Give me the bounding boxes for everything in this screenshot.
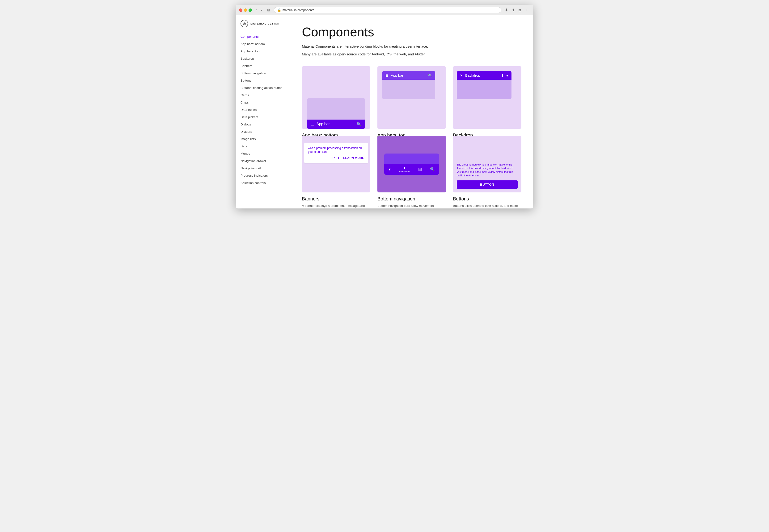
- search-icon: 🔍: [357, 122, 361, 126]
- sidebar-item-data-tables[interactable]: Data tables: [236, 106, 290, 113]
- traffic-lights: [239, 8, 252, 12]
- browser-window: ‹ › ⊡ 🔒 material.io/components ⬇ ⬆ ⧉ ＋ ◎…: [236, 5, 533, 208]
- sidebar-item-dialogs[interactable]: Dialogs: [236, 121, 290, 128]
- phone-mockup-bottom-nav: ♥ ● Bottom nav ▦ 🔍: [384, 154, 439, 175]
- bottom-nav-bar: ♥ ● Bottom nav ▦ 🔍: [384, 164, 439, 175]
- card-name-banners: Banners: [302, 196, 370, 202]
- material-design-icon: ◎: [241, 20, 248, 27]
- bottom-nav-label: Bottom nav: [399, 170, 410, 173]
- sidebar-item-app-bars-top[interactable]: App bars: top: [236, 48, 290, 55]
- banner-learn-button[interactable]: LEARN MORE: [343, 156, 364, 160]
- button-preview: BUTTON: [457, 180, 518, 189]
- menu-icon-top: ☰: [385, 74, 389, 77]
- banner-preview-box: was a problem processing a transaction o…: [304, 143, 368, 163]
- app-bar-bottom-label: App bar: [317, 122, 357, 126]
- backdrop-bar: ✕ Backdrop ⬆ ♥: [457, 71, 511, 80]
- back-button[interactable]: ‹: [254, 8, 258, 13]
- component-card-bottom-navigation: ♥ ● Bottom nav ▦ 🔍: [377, 136, 446, 192]
- app-bar-bottom: ☰ App bar 🔍: [307, 120, 365, 129]
- heart-icon: ♥: [389, 167, 391, 171]
- sidebar-item-components[interactable]: Components: [236, 33, 290, 40]
- phone-mockup-app-bar-top: ☰ App bar 🔍: [382, 71, 435, 99]
- address-bar[interactable]: 🔒 material.io/components: [274, 7, 501, 13]
- sidebar-item-navigation-rail[interactable]: Navigation rail: [236, 165, 290, 172]
- component-card-app-bars-top: ☰ App bar 🔍 App bars: top The top app ba…: [377, 66, 446, 129]
- flutter-link[interactable]: Flutter: [415, 52, 425, 56]
- banner-preview-text: was a problem processing a transaction o…: [308, 146, 364, 154]
- sidebar-item-buttons[interactable]: Buttons: [236, 77, 290, 84]
- lock-icon: 🔒: [277, 8, 281, 12]
- page-description-links: Many are available as open-source code f…: [302, 52, 521, 57]
- sidebar: ◎ MATERIAL DESIGN Components App bars: b…: [236, 15, 290, 208]
- sidebar-item-selection-controls[interactable]: Selection controls: [236, 179, 290, 187]
- bottom-nav-item-1: ♥: [389, 167, 391, 171]
- phone-mockup-app-bar-bottom: ☰ App bar 🔍: [307, 98, 365, 129]
- favorite-icon-backdrop: ♥: [506, 74, 508, 77]
- preview-backdrop[interactable]: ✕ Backdrop ⬆ ♥: [453, 66, 521, 129]
- sidebar-item-cards[interactable]: Cards: [236, 91, 290, 99]
- sidebar-item-progress-indicators[interactable]: Progress indicators: [236, 172, 290, 179]
- search-icon-nav: 🔍: [430, 167, 435, 171]
- page-title: Components: [302, 25, 521, 39]
- sidebar-item-app-bars-bottom[interactable]: App bars: bottom: [236, 40, 290, 48]
- preview-banners[interactable]: was a problem processing a transaction o…: [302, 136, 370, 192]
- component-card-buttons: The great horned owl is a large owl nati…: [453, 136, 521, 192]
- page-description: Material Components are interactive buil…: [302, 44, 521, 49]
- sidebar-item-date-pickers[interactable]: Date pickers: [236, 113, 290, 121]
- preview-buttons[interactable]: The great horned owl is a large owl nati…: [453, 136, 521, 192]
- component-card-backdrop: ✕ Backdrop ⬆ ♥ Backdrop A backdrop appea…: [453, 66, 521, 129]
- components-grid: ☰ App bar 🔍 App bars: bottom A bottom ap…: [302, 66, 521, 192]
- preview-bottom-navigation[interactable]: ♥ ● Bottom nav ▦ 🔍: [377, 136, 446, 192]
- sidebar-item-image-lists[interactable]: Image lists: [236, 135, 290, 143]
- backdrop-icons: ⬆ ♥: [501, 74, 508, 77]
- bottom-nav-item-4: 🔍: [430, 167, 435, 171]
- menu-icon: ☰: [311, 122, 314, 126]
- forward-button[interactable]: ›: [259, 8, 263, 13]
- minimize-button[interactable]: [244, 8, 247, 12]
- sidebar-item-backdrop[interactable]: Backdrop: [236, 55, 290, 62]
- sidebar-item-menus[interactable]: Menus: [236, 150, 290, 157]
- fullscreen-button[interactable]: [249, 8, 252, 12]
- browser-chrome: ‹ › ⊡ 🔒 material.io/components ⬇ ⬆ ⧉ ＋: [236, 5, 533, 15]
- download-icon[interactable]: ⬇: [504, 7, 509, 13]
- bottom-nav-item-2: ● Bottom nav: [399, 166, 410, 173]
- share-icon[interactable]: ⬆: [510, 7, 516, 13]
- component-card-banners: was a problem processing a transaction o…: [302, 136, 370, 192]
- tab-icon[interactable]: ⧉: [517, 8, 522, 13]
- app-bar-top-label: App bar: [391, 73, 428, 77]
- nav-buttons: ‹ ›: [254, 8, 264, 13]
- owl-text: The great horned owl is a large owl nati…: [457, 163, 518, 178]
- brand-name: MATERIAL DESIGN: [251, 22, 280, 25]
- sidebar-item-dividers[interactable]: Dividers: [236, 128, 290, 135]
- app-container: ◎ MATERIAL DESIGN Components App bars: b…: [236, 15, 533, 208]
- sidebar-logo: ◎ MATERIAL DESIGN: [236, 20, 290, 33]
- preview-app-bars-top[interactable]: ☰ App bar 🔍: [377, 66, 446, 129]
- url-text: material.io/components: [283, 8, 314, 12]
- sidebar-item-navigation-drawer[interactable]: Navigation drawer: [236, 157, 290, 165]
- banner-preview-actions: FIX IT LEARN MORE: [308, 156, 364, 160]
- sidebar-item-chips[interactable]: Chips: [236, 99, 290, 106]
- calendar-icon: ▦: [418, 167, 422, 171]
- component-card-app-bars-bottom: ☰ App bar 🔍 App bars: bottom A bottom ap…: [302, 66, 370, 129]
- person-icon: ●: [403, 166, 406, 170]
- main-content: Components Material Components are inter…: [290, 15, 533, 208]
- web-link[interactable]: the web: [394, 52, 406, 56]
- sidebar-item-lists[interactable]: Lists: [236, 143, 290, 150]
- app-bar-top: ☰ App bar 🔍: [382, 71, 435, 80]
- sidebar-item-buttons-fab[interactable]: Buttons: floating action button: [236, 84, 290, 91]
- new-tab-button[interactable]: ＋: [524, 7, 530, 13]
- android-link[interactable]: Android: [372, 52, 384, 56]
- close-button[interactable]: [239, 8, 243, 12]
- ios-link[interactable]: iOS: [386, 52, 392, 56]
- bottom-nav-item-3: ▦: [418, 167, 422, 171]
- card-desc-bottom-navigation: Bottom navigation bars allow movement be…: [377, 204, 446, 208]
- banner-fix-button[interactable]: FIX IT: [331, 156, 339, 160]
- card-desc-buttons: Buttons allow users to take actions, and…: [453, 204, 521, 208]
- share-icon-backdrop: ⬆: [501, 74, 504, 77]
- search-icon-top: 🔍: [428, 74, 432, 77]
- sidebar-item-banners[interactable]: Banners: [236, 62, 290, 70]
- sidebar-item-bottom-navigation[interactable]: Bottom navigation: [236, 70, 290, 77]
- window-layout-button[interactable]: ⊡: [266, 8, 272, 12]
- close-icon-backdrop: ✕: [460, 74, 463, 77]
- preview-app-bars-bottom[interactable]: ☰ App bar 🔍: [302, 66, 370, 129]
